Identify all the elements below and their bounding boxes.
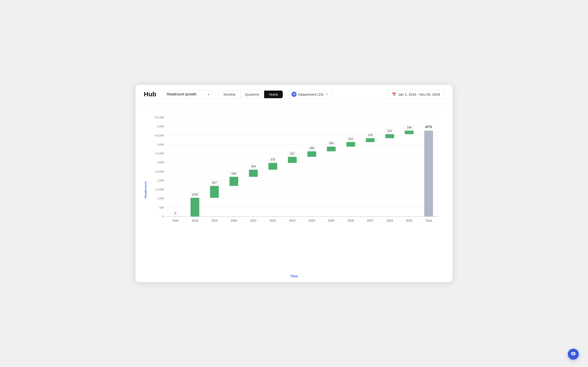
svg-text:251: 251 bbox=[348, 137, 353, 141]
x-axis-title: Time bbox=[144, 274, 444, 278]
svg-text:2024: 2024 bbox=[309, 219, 315, 222]
y-axis-label: Headcount bbox=[144, 108, 147, 271]
logo: Hub bbox=[144, 91, 156, 98]
svg-text:500: 500 bbox=[159, 206, 164, 209]
svg-text:0: 0 bbox=[174, 211, 176, 215]
svg-text:3,000: 3,000 bbox=[157, 161, 164, 164]
svg-text:Total: Total bbox=[426, 219, 432, 222]
svg-rect-29 bbox=[191, 198, 199, 217]
filter-label: Department (15) bbox=[298, 92, 323, 96]
time-period-tabs: Monthly Quarterly Yearly bbox=[219, 90, 283, 98]
svg-text:2.5,000: 2.5,000 bbox=[155, 170, 164, 173]
svg-rect-79 bbox=[385, 134, 394, 138]
svg-text:4771: 4771 bbox=[425, 125, 432, 129]
svg-text:2025: 2025 bbox=[328, 219, 334, 222]
chart-area: Headcount 05001,0001.5,0002,0002.5,0003,… bbox=[136, 104, 452, 282]
svg-rect-54 bbox=[288, 157, 297, 163]
filter-badge: 15 bbox=[292, 92, 296, 97]
svg-text:2029: 2029 bbox=[406, 219, 412, 222]
date-range-label: Jan 1, 2018 - Nov 25, 2029 bbox=[398, 92, 440, 96]
svg-rect-44 bbox=[249, 170, 258, 177]
svg-text:198: 198 bbox=[407, 126, 412, 129]
svg-rect-95 bbox=[572, 354, 574, 354]
svg-marker-96 bbox=[572, 355, 573, 356]
chart-inner: 05001,0001.5,0002,0002.5,0003,0003.5,000… bbox=[149, 108, 444, 271]
svg-text:1042: 1042 bbox=[191, 193, 198, 196]
svg-text:0: 0 bbox=[162, 215, 164, 218]
svg-text:509: 509 bbox=[232, 172, 236, 175]
chat-icon bbox=[571, 352, 576, 357]
svg-text:4,000: 4,000 bbox=[157, 143, 164, 146]
svg-text:394: 394 bbox=[251, 165, 256, 168]
svg-text:2022: 2022 bbox=[270, 219, 276, 222]
date-range-button[interactable]: 📅 Jan 1, 2018 - Nov 25, 2029 bbox=[388, 90, 444, 99]
svg-text:218: 218 bbox=[368, 133, 372, 137]
header: Hub Headcount growth ▾ Monthly Quarterly… bbox=[136, 85, 452, 104]
app-window: Hub Headcount growth ▾ Monthly Quarterly… bbox=[136, 85, 452, 282]
svg-text:657: 657 bbox=[212, 181, 217, 184]
svg-rect-84 bbox=[405, 131, 414, 134]
svg-text:1.5,000: 1.5,000 bbox=[155, 188, 164, 191]
svg-rect-93 bbox=[571, 352, 575, 355]
svg-text:308: 308 bbox=[309, 146, 314, 150]
svg-text:5.5,000: 5.5,000 bbox=[155, 116, 164, 119]
svg-text:2023: 2023 bbox=[289, 219, 295, 222]
svg-text:2026: 2026 bbox=[347, 219, 354, 222]
svg-rect-69 bbox=[346, 142, 355, 147]
svg-text:260: 260 bbox=[329, 142, 334, 145]
waterfall-chart: 05001,0001.5,0002,0002.5,0003,0003.5,000… bbox=[149, 108, 444, 228]
svg-text:2019: 2019 bbox=[211, 219, 217, 222]
svg-text:2,000: 2,000 bbox=[157, 179, 164, 182]
svg-rect-64 bbox=[327, 147, 336, 151]
svg-text:2027: 2027 bbox=[367, 219, 373, 222]
chevron-down-icon: ▾ bbox=[208, 92, 209, 96]
svg-text:Start: Start bbox=[172, 219, 179, 222]
tab-quarterly[interactable]: Quarterly bbox=[241, 91, 264, 98]
metric-dropdown[interactable]: Headcount growth ▾ bbox=[163, 90, 213, 98]
svg-rect-74 bbox=[366, 138, 375, 142]
tab-yearly[interactable]: Yearly bbox=[264, 91, 283, 98]
svg-text:4.5,000: 4.5,000 bbox=[155, 134, 164, 137]
svg-text:2028: 2028 bbox=[386, 219, 393, 222]
svg-text:2020: 2020 bbox=[231, 219, 237, 222]
metric-dropdown-label: Headcount growth bbox=[166, 92, 196, 96]
svg-text:2018: 2018 bbox=[191, 219, 198, 222]
chart-wrapper: Headcount 05001,0001.5,0002,0002.5,0003,… bbox=[144, 108, 444, 271]
chat-button[interactable] bbox=[568, 349, 579, 360]
svg-rect-94 bbox=[572, 353, 575, 353]
svg-rect-49 bbox=[268, 163, 277, 169]
department-filter[interactable]: 15 Department (15) × bbox=[288, 90, 331, 99]
svg-text:375: 375 bbox=[270, 158, 275, 161]
svg-text:5,000: 5,000 bbox=[157, 125, 164, 128]
svg-rect-59 bbox=[307, 151, 316, 157]
svg-text:3.5,000: 3.5,000 bbox=[155, 152, 164, 155]
tab-monthly[interactable]: Monthly bbox=[219, 91, 241, 98]
svg-text:1,000: 1,000 bbox=[157, 197, 164, 200]
svg-text:2021: 2021 bbox=[250, 219, 257, 222]
svg-rect-34 bbox=[210, 186, 219, 198]
svg-rect-39 bbox=[229, 177, 238, 186]
calendar-icon: 📅 bbox=[392, 92, 397, 97]
svg-text:337: 337 bbox=[290, 152, 295, 155]
filter-close-icon[interactable]: × bbox=[326, 92, 328, 96]
svg-text:222: 222 bbox=[387, 129, 392, 133]
svg-rect-89 bbox=[424, 131, 433, 216]
